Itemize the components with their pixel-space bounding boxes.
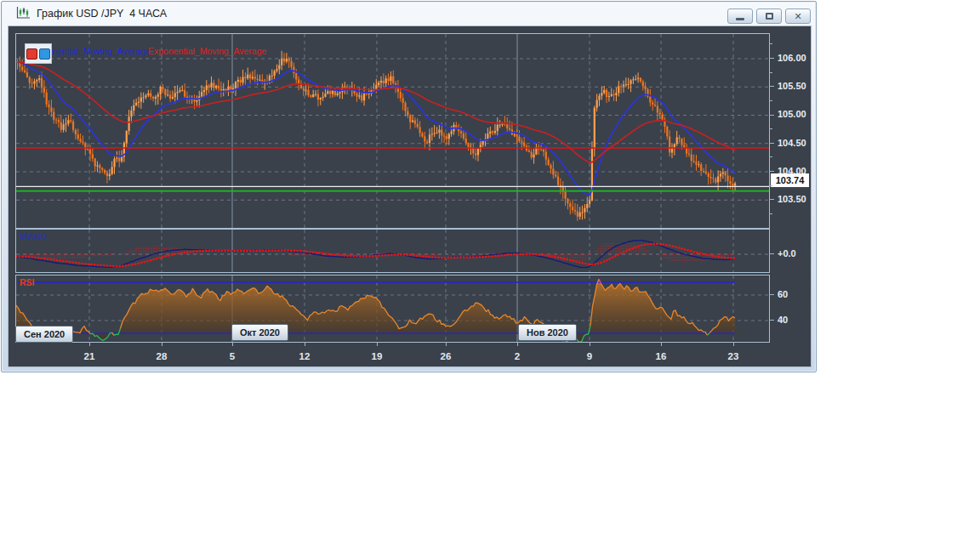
ema-red-swatch-icon[interactable] <box>26 48 37 60</box>
title-bar[interactable]: График USD /JPY 4 ЧАСА ✕ <box>2 2 816 25</box>
date-label: 21 <box>78 351 100 361</box>
price-axis[interactable]: 106.00 105.50 105.00 104.50 104.00 103.5… <box>770 26 811 366</box>
axis-tick <box>769 100 772 101</box>
macd-chart-canvas[interactable] <box>16 230 769 272</box>
date-label: 28 <box>151 351 173 361</box>
axis-tick <box>769 86 774 87</box>
axis-tick <box>733 342 734 346</box>
date-label: 16 <box>650 351 672 361</box>
restore-button[interactable] <box>756 9 782 24</box>
price-axis-label: 103.50 <box>778 194 806 204</box>
price-chart-canvas[interactable] <box>16 34 769 228</box>
close-button[interactable]: ✕ <box>785 9 811 24</box>
minimize-icon <box>736 18 744 20</box>
legend-swatches[interactable] <box>25 43 52 64</box>
window-title: График USD /JPY 4 ЧАСА <box>37 8 167 20</box>
rsi-label: RSI <box>20 277 35 287</box>
axis-tick <box>232 342 233 346</box>
axis-tick <box>377 342 378 346</box>
axis-tick <box>769 171 774 172</box>
axis-tick <box>769 58 774 59</box>
axis-tick <box>769 253 774 254</box>
minimize-button[interactable] <box>727 9 753 24</box>
chart-window: График USD /JPY 4 ЧАСА ✕ Exponential_Mov… <box>1 1 817 372</box>
axis-tick <box>769 128 772 129</box>
date-label: 12 <box>293 351 316 361</box>
axis-tick <box>769 115 774 116</box>
axis-tick <box>769 156 772 157</box>
axis-tick <box>661 342 662 346</box>
restore-icon <box>766 13 773 20</box>
axis-tick <box>769 213 772 214</box>
rsi-chart-canvas[interactable] <box>16 276 769 342</box>
close-icon: ✕ <box>794 12 801 21</box>
macd-label: MACD <box>20 231 47 241</box>
rsi-axis-label: 40 <box>778 315 788 325</box>
axis-tick <box>446 342 447 346</box>
date-label: 9 <box>578 351 601 361</box>
axis-tick <box>517 342 518 346</box>
macd-panel[interactable]: MACD <box>15 229 770 273</box>
chart-client-area: Exponential_Moving_Average Exponential_M… <box>8 26 812 367</box>
month-label-okt[interactable]: Окт 2020 <box>231 324 288 341</box>
window-buttons: ✕ <box>727 9 811 24</box>
price-axis-label: 105.50 <box>778 81 806 91</box>
current-price-tag: 103.74 <box>771 173 809 187</box>
axis-tick <box>162 342 162 346</box>
axis-tick <box>769 143 774 144</box>
month-label-nov[interactable]: Нов 2020 <box>518 324 577 341</box>
axis-tick <box>769 294 774 295</box>
macd-axis-label: +0.0 <box>778 248 796 258</box>
rsi-panel[interactable]: RSI <box>15 275 770 343</box>
date-label: 19 <box>366 351 388 361</box>
month-label-sep[interactable]: Сен 2020 <box>15 326 73 343</box>
date-label: 26 <box>435 351 457 361</box>
chart-icon <box>16 7 31 20</box>
axis-tick <box>769 199 774 200</box>
ema-slow-label: Exponential_Moving_Average <box>148 46 266 56</box>
axis-tick <box>769 185 772 186</box>
axis-tick <box>769 43 772 44</box>
axis-tick <box>769 320 774 321</box>
axis-tick <box>769 72 772 73</box>
rsi-axis-label: 60 <box>778 289 788 299</box>
date-label: 23 <box>722 351 744 361</box>
price-axis-label: 106.00 <box>778 53 806 63</box>
date-label: 2 <box>506 351 528 361</box>
axis-tick <box>590 342 590 346</box>
date-label: 5 <box>221 351 243 361</box>
axis-tick <box>305 342 305 346</box>
price-panel[interactable]: Exponential_Moving_Average Exponential_M… <box>15 33 770 229</box>
price-axis-label: 105.00 <box>778 109 806 119</box>
ema-blue-swatch-icon[interactable] <box>39 48 50 60</box>
axis-tick <box>89 342 90 346</box>
price-axis-label: 104.50 <box>778 138 806 148</box>
